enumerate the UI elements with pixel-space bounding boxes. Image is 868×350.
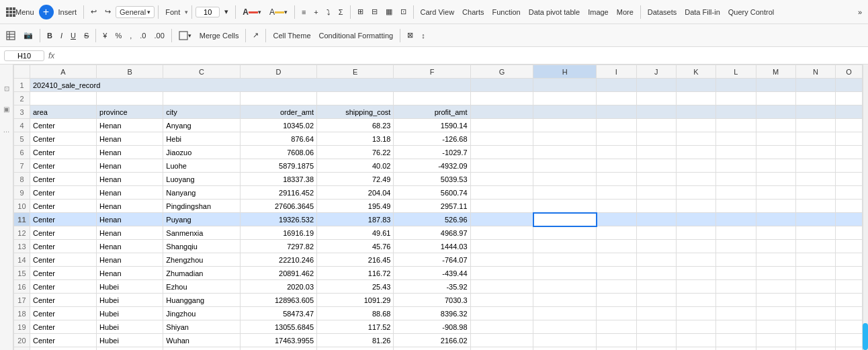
redo-button[interactable]: ↪ <box>101 6 114 17</box>
cell-h[interactable] <box>533 132 597 146</box>
cell-order-amt[interactable]: 876.64 <box>240 132 316 146</box>
left-icon-2[interactable]: ▣ <box>3 105 9 113</box>
cell-j[interactable] <box>636 200 676 213</box>
cell-profit-amt[interactable]: 7030.3 <box>394 294 470 307</box>
cell-profit-amt[interactable]: -439.44 <box>394 267 470 280</box>
cell-2-14[interactable] <box>836 92 863 105</box>
filter-button[interactable]: ⊟ <box>368 6 381 17</box>
cell-order-amt[interactable]: 58473.47 <box>240 307 316 320</box>
n1[interactable] <box>795 79 835 92</box>
cell-area[interactable]: Center <box>30 347 96 351</box>
cell-l[interactable] <box>716 307 756 320</box>
row-number[interactable]: 20 <box>14 334 30 347</box>
o1[interactable] <box>836 79 863 92</box>
cell-shipping-cost[interactable]: 25.43 <box>317 280 394 294</box>
cell-j[interactable] <box>636 347 676 351</box>
header-i[interactable] <box>597 105 636 119</box>
cell-l[interactable] <box>716 253 756 267</box>
cell-j[interactable] <box>636 132 676 146</box>
cell-profit-amt[interactable]: 4968.97 <box>394 226 470 240</box>
rn-3[interactable]: 3 <box>14 105 30 119</box>
cell-shipping-cost[interactable]: 40.02 <box>317 159 394 173</box>
cell-province[interactable]: Hubei <box>97 294 163 307</box>
cell-order-amt[interactable]: 19326.532 <box>240 213 316 226</box>
datasets-button[interactable]: Datasets <box>644 7 680 17</box>
header-j[interactable] <box>636 105 676 119</box>
cell-city[interactable]: Puyang <box>163 213 240 226</box>
cell-province[interactable]: Henan <box>97 253 163 267</box>
l1[interactable] <box>716 79 756 92</box>
cell-shipping-cost[interactable]: 117.52 <box>317 320 394 334</box>
cell-g[interactable] <box>470 146 533 159</box>
g1[interactable] <box>470 79 533 92</box>
cell-city[interactable]: Huanggang <box>163 294 240 307</box>
cell-2-2[interactable] <box>163 92 240 105</box>
cell-profit-amt[interactable]: 5039.53 <box>394 173 470 186</box>
cell-shipping-cost[interactable]: 68.23 <box>317 119 394 132</box>
cell-area[interactable]: Center <box>30 294 96 307</box>
cell-g[interactable] <box>470 253 533 267</box>
cell-j[interactable] <box>636 267 676 280</box>
row-number[interactable]: 11 <box>14 213 30 226</box>
cell-l[interactable] <box>716 146 756 159</box>
cell-profit-amt[interactable]: -35.92 <box>394 280 470 294</box>
cell-shipping-cost[interactable]: 88.68 <box>317 307 394 320</box>
col-header-a[interactable]: A <box>30 65 96 79</box>
cell-i[interactable] <box>597 173 636 186</box>
data-pivot-button[interactable]: Data pivot table <box>525 7 583 17</box>
cell-2-5[interactable] <box>394 92 470 105</box>
increase-decimal-button[interactable]: .00 <box>150 30 167 41</box>
cell-order-amt[interactable]: 13055.6845 <box>240 320 316 334</box>
cell-j[interactable] <box>636 294 676 307</box>
cell-j[interactable] <box>636 146 676 159</box>
cell-i[interactable] <box>597 334 636 347</box>
row-number[interactable]: 13 <box>14 240 30 253</box>
cell-profit-amt[interactable]: -908.98 <box>394 320 470 334</box>
cell-h[interactable] <box>533 173 597 186</box>
cell-g[interactable] <box>470 240 533 253</box>
cell-k[interactable] <box>676 173 715 186</box>
header-city[interactable]: city <box>163 105 240 119</box>
scroll-thumb[interactable] <box>863 323 868 350</box>
cell-k[interactable] <box>676 159 715 173</box>
cell-h[interactable] <box>533 307 597 320</box>
left-icon-1[interactable]: ⊡ <box>3 86 10 91</box>
cell-area[interactable]: Center <box>30 307 96 320</box>
cell-n[interactable] <box>795 334 835 347</box>
cell-n[interactable] <box>795 280 835 294</box>
cell-order-amt[interactable]: 18337.38 <box>240 173 316 186</box>
cell-profit-amt[interactable]: -4932.09 <box>394 159 470 173</box>
cell-o[interactable] <box>836 280 863 294</box>
col-header-b[interactable]: B <box>97 65 163 79</box>
insert-button[interactable]: + <box>39 5 54 19</box>
i1[interactable] <box>597 79 636 92</box>
expand-right-button[interactable]: » <box>855 7 865 17</box>
italic-button[interactable]: I <box>57 30 66 41</box>
header-g[interactable] <box>470 105 533 119</box>
cell-o[interactable] <box>836 347 863 351</box>
cell-area[interactable]: Center <box>30 334 96 347</box>
cell-profit-amt[interactable]: 5600.74 <box>394 186 470 200</box>
cell-theme-button[interactable]: Cell Theme <box>269 30 314 41</box>
cell-l[interactable] <box>716 173 756 186</box>
cell-g[interactable] <box>470 159 533 173</box>
cell-k[interactable] <box>676 146 715 159</box>
cell-city[interactable]: Ezhou <box>163 280 240 294</box>
cell-o[interactable] <box>836 186 863 200</box>
cell-h[interactable] <box>533 186 597 200</box>
cell-m[interactable] <box>756 146 795 159</box>
cell-l[interactable] <box>716 240 756 253</box>
cell-j[interactable] <box>636 307 676 320</box>
pivot-icon-button[interactable]: ⊞ <box>354 6 367 17</box>
cell-o[interactable] <box>836 226 863 240</box>
function-button[interactable]: Function <box>489 7 524 17</box>
cell-o[interactable] <box>836 159 863 173</box>
cell-2-13[interactable] <box>795 92 835 105</box>
more-button[interactable]: More <box>613 7 637 17</box>
cell-city[interactable]: Luohe <box>163 159 240 173</box>
header-area[interactable]: area <box>30 105 96 119</box>
cell-h[interactable] <box>533 267 597 280</box>
cell-h[interactable] <box>533 240 597 253</box>
font-size-input[interactable] <box>196 7 220 17</box>
col-header-l[interactable]: L <box>716 65 756 79</box>
